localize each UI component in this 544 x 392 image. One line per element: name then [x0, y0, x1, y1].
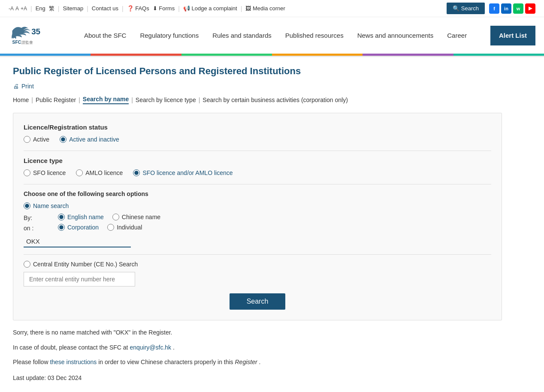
- individual-label[interactable]: Individual: [107, 224, 142, 231]
- nav-career[interactable]: Career: [440, 23, 474, 48]
- search-options-title: Choose one of the following search optio…: [24, 190, 491, 197]
- lang-eng[interactable]: Eng: [36, 5, 45, 12]
- individual-radio[interactable]: [107, 224, 114, 231]
- print-icon: 🖨: [13, 83, 19, 90]
- search-button-top[interactable]: 🔍 Search: [447, 3, 485, 14]
- breadcrumb-search-by-activity[interactable]: Search by certain business activities (c…: [202, 96, 348, 103]
- name-search-label[interactable]: Name search: [24, 202, 69, 209]
- breadcrumb-public-register[interactable]: Public Register: [36, 96, 76, 103]
- english-name-radio[interactable]: [58, 214, 65, 220]
- licence-sfo-amlo-radio[interactable]: [133, 169, 140, 176]
- status-active-text: Active: [33, 136, 49, 143]
- ce-search-radio[interactable]: [24, 261, 30, 268]
- font-size-controls[interactable]: -A A +A: [9, 6, 27, 12]
- breadcrumb-home[interactable]: Home: [13, 96, 29, 103]
- on-row: on : Corporation Individual: [24, 224, 491, 232]
- sfc-logo: 35 SFC 證監會: [9, 21, 60, 49]
- chinese-name-text: Chinese name: [122, 214, 160, 220]
- english-name-label[interactable]: English name: [58, 214, 104, 220]
- header-inner: 35 SFC 證監會 About the SFC Regulatory func…: [0, 17, 544, 54]
- name-input[interactable]: [24, 236, 131, 247]
- page-title: Public Register of Licensed Persons and …: [13, 66, 502, 77]
- name-type-options: English name Chinese name: [58, 214, 160, 220]
- licence-amlo-label[interactable]: AMLO licence: [76, 169, 123, 176]
- font-size-normal[interactable]: A: [15, 6, 19, 12]
- facebook-icon[interactable]: f: [489, 3, 499, 14]
- font-size-increase[interactable]: +A: [21, 6, 27, 12]
- on-label: on :: [24, 224, 58, 232]
- corporation-text: Corporation: [67, 224, 99, 231]
- status-active-radio[interactable]: [24, 136, 30, 143]
- chinese-name-label[interactable]: Chinese name: [112, 214, 160, 220]
- email-link[interactable]: enquiry@sfc.hk: [130, 344, 171, 351]
- status-active-inactive-label[interactable]: Active and inactive: [60, 136, 119, 143]
- search-form-container: Licence/Registration status Active Activ…: [13, 113, 502, 320]
- name-search-radio[interactable]: [24, 202, 30, 209]
- ce-search-text: Central Entity Number (CE No.) Search: [33, 261, 138, 268]
- divider-2: [24, 184, 491, 184]
- chinese-name-radio[interactable]: [112, 214, 119, 220]
- licence-sfo-label[interactable]: SFO licence: [24, 169, 66, 176]
- breadcrumb-search-by-name[interactable]: Search by name: [83, 96, 129, 104]
- page-content: Public Register of Licensed Persons and …: [0, 57, 515, 390]
- licence-sfo-amlo-text: SFO licence and/or AMLO licence: [142, 169, 233, 176]
- status-active-label[interactable]: Active: [24, 136, 49, 143]
- nav-regulatory[interactable]: Regulatory functions: [133, 23, 206, 48]
- main-nav: About the SFC Regulatory functions Rules…: [77, 23, 490, 48]
- nav-published[interactable]: Published resources: [278, 23, 351, 48]
- nav-rules[interactable]: Rules and standards: [206, 23, 278, 48]
- ce-input[interactable]: [24, 272, 135, 286]
- status-active-inactive-radio[interactable]: [60, 136, 66, 143]
- top-bar: -A A +A | Eng 繁 | Sitemap | Contact us |…: [0, 0, 544, 17]
- contact-us-link[interactable]: Contact us: [92, 5, 118, 12]
- last-update: Last update: 03 Dec 2024: [13, 374, 502, 381]
- header: 35 SFC 證監會 About the SFC Regulatory func…: [0, 17, 544, 57]
- alert-list-button[interactable]: Alert List: [490, 26, 535, 45]
- top-bar-left: -A A +A | Eng 繁 | Sitemap | Contact us |…: [9, 5, 285, 12]
- color-bar: [0, 54, 544, 56]
- by-label: By:: [24, 214, 58, 221]
- divider-1: [24, 151, 491, 151]
- licence-amlo-text: AMLO licence: [85, 169, 123, 176]
- licence-status-title: Licence/Registration status: [24, 124, 491, 131]
- top-bar-right: 🔍 Search f in w ▶: [447, 3, 535, 14]
- faq-link[interactable]: ❓ FAQs: [127, 5, 149, 12]
- contact-text: In case of doubt, please contact the SFC…: [13, 343, 502, 353]
- svg-text:證監會: 證監會: [21, 40, 33, 45]
- licence-sfo-radio[interactable]: [24, 169, 30, 176]
- nav-news[interactable]: News and announcements: [351, 23, 441, 48]
- name-search-text: Name search: [33, 202, 69, 209]
- ce-search-label[interactable]: Central Entity Number (CE No.) Search: [24, 261, 138, 268]
- nav-about[interactable]: About the SFC: [77, 23, 133, 48]
- licence-amlo-radio[interactable]: [76, 169, 83, 176]
- sitemap-link[interactable]: Sitemap: [63, 5, 83, 12]
- entity-type-options: Corporation Individual: [58, 224, 142, 231]
- status-active-inactive-text: Active and inactive: [69, 136, 119, 143]
- media-corner-link[interactable]: 🖼 Media corner: [245, 5, 285, 12]
- forms-link[interactable]: ⬇ Forms: [153, 5, 175, 12]
- font-size-decrease[interactable]: -A: [9, 6, 14, 12]
- print-link[interactable]: 🖨 Print: [13, 83, 502, 90]
- youtube-icon[interactable]: ▶: [525, 3, 535, 14]
- breadcrumb-search-by-licence[interactable]: Search by licence type: [136, 96, 196, 103]
- divider-3: [24, 254, 491, 255]
- instructions-text: Please follow these instructions in orde…: [13, 357, 502, 368]
- linkedin-icon[interactable]: in: [501, 3, 511, 14]
- result-message: Sorry, there is no name matched with "OK…: [13, 329, 502, 336]
- name-input-wrapper: [24, 236, 491, 247]
- licence-type-title: Licence type: [24, 157, 491, 164]
- status-radio-group: Active Active and inactive: [24, 136, 491, 143]
- by-row: By: English name Chinese name: [24, 214, 491, 221]
- licence-sfo-amlo-label[interactable]: SFO licence and/or AMLO licence: [133, 169, 233, 176]
- search-button[interactable]: Search: [230, 293, 286, 310]
- wechat-icon[interactable]: w: [513, 3, 523, 14]
- corporation-radio[interactable]: [58, 224, 65, 231]
- corporation-label[interactable]: Corporation: [58, 224, 99, 231]
- ce-search-row: Central Entity Number (CE No.) Search: [24, 261, 491, 268]
- logo-area[interactable]: 35 SFC 證監會: [9, 17, 60, 54]
- lang-chi[interactable]: 繁: [49, 5, 54, 12]
- lodge-complaint-link[interactable]: 📢 Lodge a complaint: [183, 5, 237, 12]
- instructions-link[interactable]: these instructions: [50, 359, 97, 365]
- ce-input-wrapper: [24, 272, 491, 286]
- licence-sfo-text: SFO licence: [33, 169, 66, 176]
